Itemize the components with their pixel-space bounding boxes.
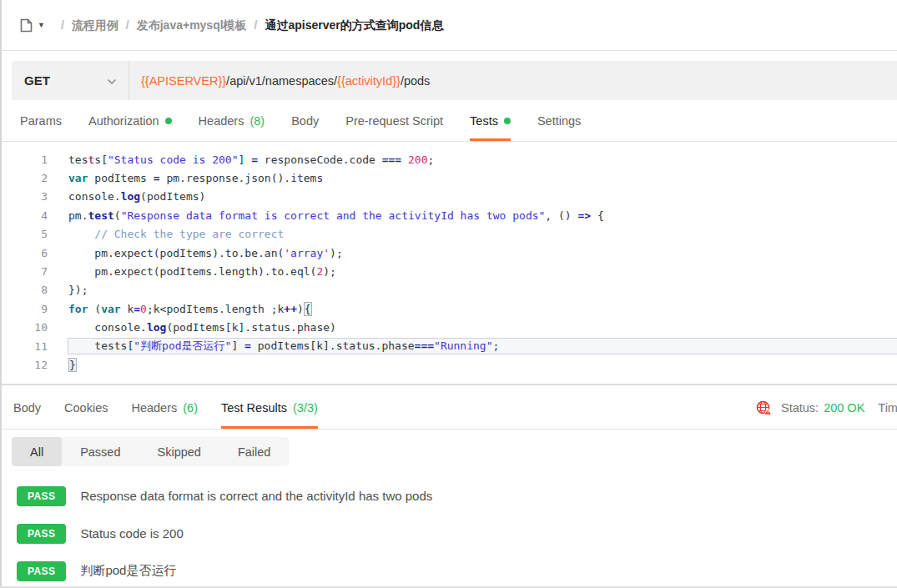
- code-token: [401, 153, 408, 166]
- filter-skipped[interactable]: Skipped: [139, 437, 219, 466]
- code-token: tests[: [68, 153, 108, 166]
- filter-all[interactable]: All: [12, 437, 62, 466]
- method-dropdown[interactable]: GET: [12, 61, 129, 100]
- response-header: BodyCookiesHeaders(6)Test Results(3/3) S…: [0, 387, 897, 430]
- code-token: 'array': [284, 247, 330, 259]
- code-text: }: [68, 359, 897, 371]
- code-token: (: [114, 209, 121, 222]
- code-token: ===: [382, 153, 401, 166]
- tab-label: Body: [291, 114, 319, 128]
- code-token: =: [134, 303, 140, 315]
- code-line: 2var podItems = pm.response.json().items: [0, 168, 897, 187]
- code-token: log: [121, 190, 140, 203]
- code-token: // Check the type are correct: [94, 228, 284, 240]
- url-template-variable: {{activityId}}: [337, 74, 401, 88]
- line-number: 4: [0, 209, 48, 222]
- test-result-text: Status code is 200: [80, 526, 183, 540]
- code-token: (podItems): [140, 190, 205, 203]
- code-token: }: [68, 358, 77, 372]
- code-token: test: [88, 209, 113, 222]
- breadcrumb-separator: /: [61, 18, 64, 32]
- code-token: tests[: [68, 339, 134, 352]
- url-input[interactable]: {{APISERVER}}/api/v1/namespaces/{{activi…: [129, 61, 430, 100]
- url-bar: GET {{APISERVER}}/api/v1/namespaces/{{ac…: [12, 61, 897, 100]
- network-warning-icon[interactable]: [755, 400, 773, 417]
- breadcrumb-item[interactable]: 发布java+mysql模板: [137, 18, 247, 32]
- code-text: console.log(podItems): [68, 190, 897, 203]
- tab-pre-request-script[interactable]: Pre-request Script: [345, 101, 443, 141]
- line-number: 11: [0, 340, 48, 353]
- test-result-row: PASSStatus code is 200: [0, 515, 897, 552]
- tab-authorization[interactable]: Authorization: [88, 101, 172, 141]
- code-token: "Running": [434, 339, 492, 352]
- tab-params[interactable]: Params: [20, 101, 62, 141]
- response-tab-test-results[interactable]: Test Results(3/3): [221, 387, 318, 429]
- code-text: pm.expect(podItems.length).to.eql(2);: [68, 265, 897, 278]
- pass-badge: PASS: [17, 486, 66, 506]
- breadcrumb-separator: /: [254, 18, 258, 32]
- code-token: responseCode.code: [258, 153, 382, 166]
- code-line: 5 // Check the type are correct: [0, 225, 897, 244]
- tab-tests[interactable]: Tests: [470, 101, 511, 141]
- code-line: 3console.log(podItems): [0, 188, 897, 206]
- url-template-variable: {{APISERVER}}: [141, 74, 226, 88]
- code-token: pm.expect(podItems.length).to.eql(: [68, 265, 316, 278]
- test-result-row: PASSResponse data format is correct and …: [0, 477, 897, 515]
- method-label: GET: [24, 73, 50, 88]
- code-text: });: [68, 284, 897, 296]
- tab-label: Authorization: [88, 114, 159, 128]
- request-view: ▼ /流程用例/发布java+mysql模板/通过apiserver的方式查询p…: [0, 0, 897, 588]
- request-tabs: ParamsAuthorizationHeaders(8)BodyPre-req…: [0, 101, 897, 142]
- code-token: =: [154, 172, 160, 184]
- response-tab-count: (6): [183, 401, 198, 415]
- code-text: for (var k=0;k<podItems.length ;k++){: [68, 303, 897, 315]
- response-tab-headers[interactable]: Headers(6): [131, 387, 198, 429]
- code-text: tests["Status code is 200"] = responseCo…: [68, 153, 897, 166]
- code-token: ]: [239, 153, 252, 166]
- tests-code-editor[interactable]: 1tests["Status code is 200"] = responseC…: [0, 142, 897, 385]
- tab-label: Headers: [199, 114, 244, 128]
- tab-headers[interactable]: Headers(8): [199, 101, 265, 141]
- breadcrumb-item[interactable]: 流程用例: [72, 18, 118, 32]
- response-tab-body[interactable]: Body: [13, 387, 41, 429]
- line-number: 7: [0, 265, 48, 278]
- response-tabs: BodyCookiesHeaders(6)Test Results(3/3): [13, 387, 341, 429]
- code-text: var podItems = pm.response.json().items: [68, 172, 897, 184]
- tab-label: Pre-request Script: [345, 114, 443, 128]
- line-number: 10: [0, 321, 48, 334]
- code-token: ;k<podItems.length ;k: [147, 303, 284, 315]
- code-token: log: [147, 321, 166, 334]
- line-number: 2: [0, 172, 48, 184]
- breadcrumb-items: /流程用例/发布java+mysql模板/通过apiserver的方式查询pod…: [53, 18, 444, 33]
- code-token: =: [251, 153, 258, 166]
- filter-passed[interactable]: Passed: [62, 437, 139, 466]
- status-label: Status:: [781, 401, 819, 415]
- tab-count: (8): [249, 114, 265, 128]
- line-number: 1: [0, 153, 48, 166]
- tab-label: Params: [20, 114, 62, 128]
- code-token: console.: [68, 190, 121, 203]
- code-token: {: [591, 209, 604, 222]
- filter-failed[interactable]: Failed: [219, 437, 290, 466]
- code-token: pm.: [68, 209, 88, 222]
- test-results-list: PASSResponse data format is correct and …: [0, 477, 897, 588]
- code-token: 0: [140, 303, 147, 315]
- code-token: {: [304, 302, 312, 316]
- line-number: 6: [0, 247, 48, 259]
- time-label: Time:: [878, 401, 897, 415]
- tab-body[interactable]: Body: [291, 101, 319, 141]
- response-tab-label: Test Results: [221, 401, 287, 415]
- chevron-down-icon[interactable]: ▼: [38, 21, 45, 29]
- response-tab-cookies[interactable]: Cookies: [64, 387, 108, 429]
- code-token: "判断pod是否运行": [134, 339, 231, 352]
- code-token: );: [323, 265, 336, 278]
- line-number: 8: [0, 284, 48, 296]
- response-tab-label: Body: [13, 401, 41, 415]
- url-path-text: /api/v1/namespaces/: [226, 74, 337, 88]
- tab-settings[interactable]: Settings: [537, 101, 581, 141]
- response-meta: Status: 200 OK Time:: [755, 387, 897, 429]
- code-token: , (): [545, 209, 577, 222]
- breadcrumb-item[interactable]: 通过apiserver的方式查询pod信息: [265, 18, 443, 32]
- code-text: pm.test("Response data format is correct…: [68, 209, 897, 222]
- file-icon[interactable]: [18, 18, 34, 33]
